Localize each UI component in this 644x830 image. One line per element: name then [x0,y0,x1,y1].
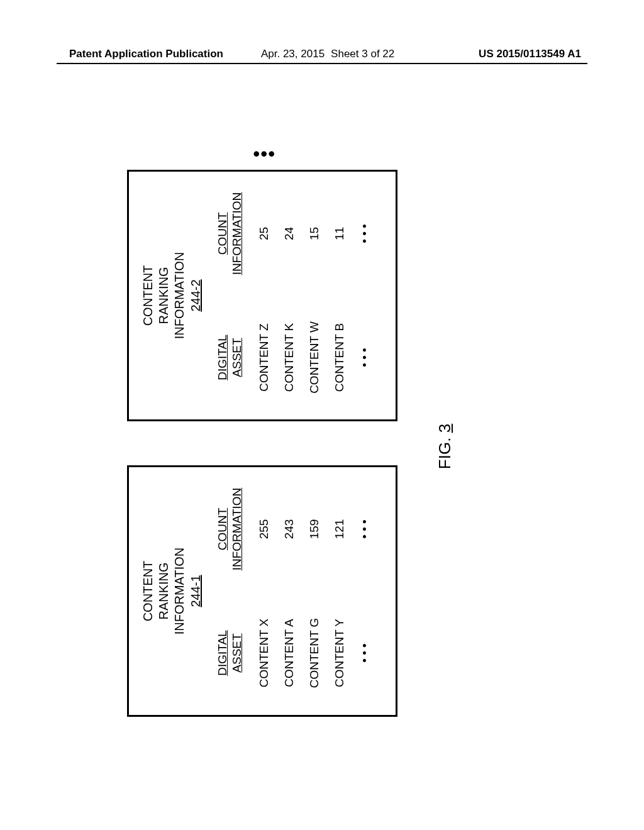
panel-title-line: CONTENT [140,172,156,419]
column-header-line: ASSET [230,591,245,715]
column-header-asset: DIGITAL ASSET [216,591,245,715]
page-header: Patent Application Publication Apr. 23, … [0,48,644,60]
column-header-line: COUNT [216,172,230,296]
asset-cell: CONTENT X [257,591,271,715]
panel-reference-number: 244-1 [189,575,203,607]
panel-reference-number: 244-2 [189,279,203,311]
column-header-line: COUNT [216,467,230,591]
data-rows: CONTENT Z 25 CONTENT K 24 CONTENT W 15 C… [257,172,372,419]
asset-cell: • • • [358,591,372,715]
asset-cell: CONTENT G [308,591,321,715]
column-header-line: DIGITAL [216,591,230,715]
panel-title-line: INFORMATION [172,172,187,419]
table-row-ellipsis: • • • • • • [358,172,372,419]
publication-title: Patent Application Publication [69,48,223,60]
count-cell: • • • [358,172,372,296]
asset-cell: CONTENT Y [333,591,347,715]
table-row: CONTENT G 159 [308,467,321,715]
rotated-figure-wrapper: CONTENT RANKING INFORMATION 244-1 DIGITA… [96,132,548,761]
figure-number: 3 [435,424,454,433]
more-panels-ellipsis-icon: • • • [253,150,275,157]
count-cell: 121 [333,467,347,591]
count-cell: 15 [308,172,321,296]
publication-date: Apr. 23, 2015 [261,48,325,60]
figure-label: FIG. 3 [435,132,455,761]
panel-title-line: RANKING [156,467,172,715]
panel-title-line: CONTENT [140,467,156,715]
dot-icon: • [268,150,275,157]
sheet-number: Sheet 3 of 22 [331,48,394,60]
count-cell: 243 [282,467,296,591]
table-row: CONTENT W 15 [308,172,321,419]
column-header-line: INFORMATION [230,172,245,296]
table-row: CONTENT X 255 [257,467,271,715]
data-rows: CONTENT X 255 CONTENT A 243 CONTENT G 15… [257,467,372,715]
column-headers: DIGITAL ASSET COUNT INFORMATION [216,172,245,419]
count-cell: 25 [257,172,271,296]
panel-title-line: INFORMATION [172,467,187,715]
table-row: CONTENT K 24 [282,172,296,419]
figure-label-prefix: FIG. [435,438,454,470]
count-cell: 24 [282,172,296,296]
count-cell: 159 [308,467,321,591]
table-row-ellipsis: • • • • • • [358,467,372,715]
asset-cell: • • • [358,296,372,419]
table-row: CONTENT Y 121 [333,467,347,715]
column-header-asset: DIGITAL ASSET [216,296,245,419]
panel-title-line: RANKING [156,172,172,419]
table-row: CONTENT B 11 [333,172,347,419]
count-cell: • • • [358,467,372,591]
column-header-count: COUNT INFORMATION [216,467,245,591]
panel-title: CONTENT RANKING INFORMATION 244-2 [140,172,203,419]
figure-content: CONTENT RANKING INFORMATION 244-1 DIGITA… [96,132,548,761]
asset-cell: CONTENT Z [257,296,271,419]
asset-cell: CONTENT W [308,296,321,419]
count-cell: 11 [333,172,347,296]
count-cell: 255 [257,467,271,591]
patent-page: Patent Application Publication Apr. 23, … [0,0,644,830]
column-header-count: COUNT INFORMATION [216,172,245,296]
content-ranking-panel-244-1: CONTENT RANKING INFORMATION 244-1 DIGITA… [127,465,397,717]
content-ranking-panel-244-2: CONTENT RANKING INFORMATION 244-2 DIGITA… [127,170,397,421]
asset-cell: CONTENT A [282,591,296,715]
asset-cell: CONTENT B [333,296,347,419]
publication-number: US 2015/0113549 A1 [479,48,581,60]
column-header-line: INFORMATION [230,467,245,591]
asset-cell: CONTENT K [282,296,296,419]
header-rule [57,63,587,64]
column-headers: DIGITAL ASSET COUNT INFORMATION [216,467,245,715]
column-header-line: ASSET [230,296,245,419]
column-header-line: DIGITAL [216,296,230,419]
table-row: CONTENT Z 25 [257,172,271,419]
table-row: CONTENT A 243 [282,467,296,715]
panel-title: CONTENT RANKING INFORMATION 244-1 [140,467,203,715]
